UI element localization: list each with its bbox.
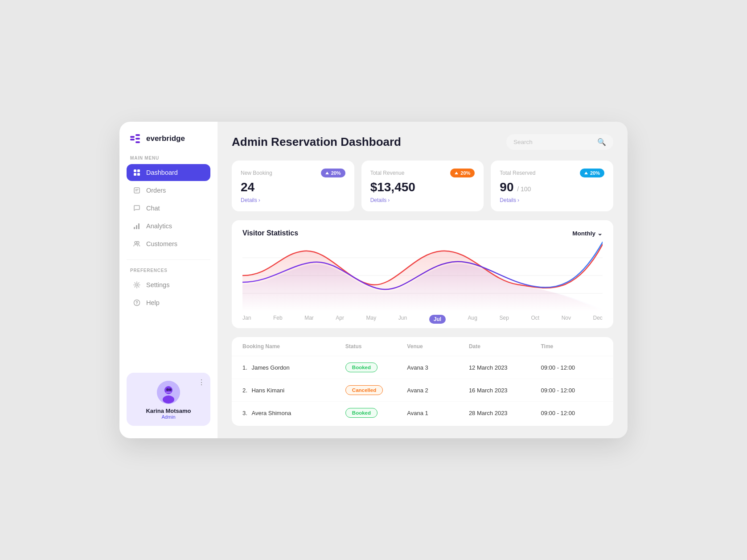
sidebar-item-analytics[interactable]: Analytics (127, 218, 210, 235)
stat-card-total-reserved: Total Reserved 20% 90 / 100 Details › (491, 161, 613, 211)
new-booking-value: 24 (241, 180, 345, 194)
preferences-label: PREFERENCES (127, 268, 210, 273)
svg-point-16 (137, 242, 139, 244)
svg-point-23 (166, 388, 169, 391)
month-nov[interactable]: Nov (562, 315, 571, 324)
dashboard-icon (133, 169, 141, 177)
row2-name: 2. Hans Kimani (242, 387, 345, 394)
table-row: 3. Avera Shimona Booked Avana 1 28 March… (232, 402, 613, 424)
search-input[interactable] (513, 139, 594, 145)
analytics-icon (133, 222, 141, 230)
svg-point-17 (136, 284, 138, 286)
svg-rect-12 (134, 227, 135, 229)
svg-rect-5 (134, 169, 136, 172)
top-bar: Admin Reservation Dashboard 🔍 (232, 134, 613, 150)
month-oct[interactable]: Oct (531, 315, 539, 324)
sidebar-item-orders[interactable]: Orders (127, 182, 210, 199)
row1-venue: Avana 3 (407, 364, 469, 371)
chart-title: Visitor Statistics (242, 229, 298, 237)
svg-rect-13 (136, 225, 137, 229)
svg-rect-9 (134, 188, 140, 193)
user-card: ⋮ Karina Motsamo Admin (127, 373, 210, 426)
dashboard-label: Dashboard (146, 169, 178, 176)
svg-point-24 (169, 388, 172, 391)
main-menu-label: MAIN MENU (127, 156, 210, 161)
monthly-dropdown[interactable]: Monthly ⌄ (572, 230, 603, 237)
svg-rect-3 (135, 138, 140, 140)
svg-rect-0 (130, 136, 135, 138)
total-reserved-details[interactable]: Details › (500, 197, 604, 203)
visitor-stats-chart (242, 240, 603, 311)
total-revenue-badge: 20% (450, 169, 475, 177)
th-date: Date (469, 343, 541, 350)
row3-name: 3. Avera Shimona (242, 410, 345, 416)
stat-card-new-booking: New Booking 20% 24 Details › (232, 161, 354, 211)
month-apr[interactable]: Apr (336, 315, 344, 324)
avatar (157, 381, 180, 404)
month-feb[interactable]: Feb (273, 315, 283, 324)
svg-rect-2 (135, 134, 140, 136)
month-sep[interactable]: Sep (500, 315, 509, 324)
month-dec[interactable]: Dec (593, 315, 603, 324)
sidebar-item-customers[interactable]: Customers (127, 235, 210, 252)
stat-card-total-revenue: Total Revenue 20% $13,450 Details › (361, 161, 484, 211)
chart-section: Visitor Statistics Monthly ⌄ (232, 220, 613, 328)
new-booking-badge: 20% (321, 169, 345, 177)
row1-name: 1. James Gordon (242, 364, 345, 371)
table-header: Booking Name Status Venue Date Time (232, 337, 613, 356)
svg-rect-14 (138, 223, 140, 229)
page-title: Admin Reservation Dashboard (232, 135, 401, 149)
main-content: Admin Reservation Dashboard 🔍 New Bookin… (218, 122, 628, 438)
row1-date: 12 March 2023 (469, 364, 541, 371)
svg-rect-25 (166, 392, 171, 393)
total-revenue-details[interactable]: Details › (370, 197, 475, 203)
stat-cards: New Booking 20% 24 Details › Total Reven… (232, 161, 613, 211)
svg-rect-8 (137, 173, 140, 176)
row3-status: Booked (345, 408, 407, 418)
customers-label: Customers (146, 240, 177, 247)
chart-area (242, 240, 603, 311)
month-jul[interactable]: Jul (429, 315, 446, 324)
new-booking-details[interactable]: Details › (241, 197, 345, 203)
table-row: 1. James Gordon Booked Avana 3 12 March … (232, 356, 613, 379)
customers-icon (133, 240, 141, 248)
month-jun[interactable]: Jun (398, 315, 407, 324)
month-aug[interactable]: Aug (468, 315, 477, 324)
user-card-menu[interactable]: ⋮ (198, 378, 205, 387)
chat-label: Chat (146, 205, 160, 212)
th-time: Time (541, 343, 603, 350)
badge-up-arrow3 (584, 172, 588, 174)
sidebar-item-dashboard[interactable]: Dashboard (127, 164, 210, 181)
sidebar: everbridge MAIN MENU Dashboard (119, 122, 218, 438)
th-booking-name: Booking Name (242, 343, 345, 350)
svg-point-22 (163, 395, 174, 404)
sidebar-item-help[interactable]: Help (127, 294, 210, 311)
nav-divider (127, 259, 210, 260)
orders-label: Orders (146, 187, 166, 194)
svg-rect-6 (137, 169, 140, 172)
row3-date: 28 March 2023 (469, 410, 541, 416)
settings-label: Settings (146, 281, 169, 288)
row2-status: Cancelled (345, 385, 407, 395)
logo-text: everbridge (146, 134, 185, 143)
month-may[interactable]: May (366, 315, 377, 324)
app-container: everbridge MAIN MENU Dashboard (119, 122, 628, 438)
total-reserved-badge: 20% (580, 169, 604, 177)
total-revenue-value: $13,450 (370, 180, 475, 194)
settings-icon (133, 281, 141, 289)
sidebar-item-chat[interactable]: Chat (127, 200, 210, 217)
th-status: Status (345, 343, 407, 350)
sidebar-item-settings[interactable]: Settings (127, 276, 210, 293)
total-revenue-label: Total Revenue (370, 170, 405, 176)
total-reserved-value: 90 / 100 (500, 180, 604, 194)
logo-icon (130, 134, 143, 143)
row2-time: 09:00 - 12:00 (541, 387, 603, 394)
badge-up-arrow2 (455, 172, 458, 174)
svg-rect-7 (134, 173, 136, 176)
search-bar[interactable]: 🔍 (506, 134, 613, 150)
svg-rect-1 (130, 139, 135, 140)
month-jan[interactable]: Jan (242, 315, 251, 324)
table-row: 2. Hans Kimani Cancelled Avana 2 16 Marc… (232, 379, 613, 402)
month-mar[interactable]: Mar (304, 315, 314, 324)
svg-point-19 (136, 304, 137, 305)
